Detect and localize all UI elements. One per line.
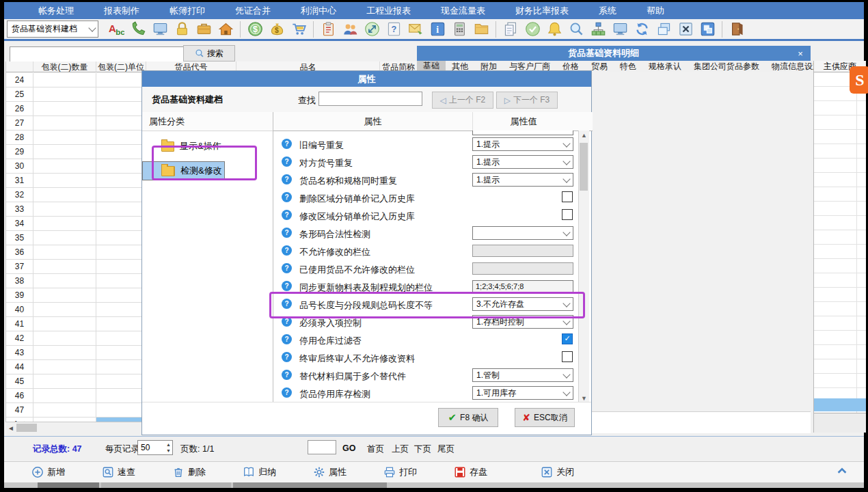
quick-search-button[interactable]: 速查 [102,466,135,478]
help-circle-icon[interactable]: ? [282,263,292,273]
property-select[interactable]: 1.提示 [472,173,573,187]
property-textbox[interactable]: 1;2;3;4;5;6;7;8 [472,280,573,292]
save-button[interactable]: 存盘 [454,466,487,478]
monitor-icon[interactable] [152,20,169,38]
close-icon[interactable]: × [790,49,811,59]
phone-icon[interactable] [130,20,147,38]
cancel-button[interactable]: ✘ESC取消 [515,408,575,427]
abc-icon[interactable]: Abc [108,20,125,38]
property-select[interactable] [472,226,573,240]
cart-icon[interactable] [290,20,308,38]
menu-item[interactable]: 报表制作 [89,5,154,17]
property-row[interactable]: ? 删除区域分销单价记入历史库 ✓ [273,189,578,206]
menu-item[interactable]: 工程业报表 [351,5,426,17]
property-row[interactable]: ? 货品停用库存检测 1.可用库存 [273,384,578,402]
bell-icon[interactable] [546,20,563,38]
detail-tab[interactable]: 规格承认 [642,61,688,72]
collapse-toolbar-button[interactable] [835,465,849,480]
mail-icon[interactable] [407,20,424,38]
share-icon[interactable] [364,20,381,38]
help-circle-icon[interactable]: ? [282,156,292,167]
home-icon[interactable] [217,20,234,38]
property-row[interactable]: ? 不允许修改的栏位 [273,242,578,260]
property-select[interactable]: 1.存档时控制 [472,315,573,329]
add-button[interactable]: 新增 [31,466,65,478]
property-row[interactable]: ? 替代材料归属于多个替代件 1.管制 [273,366,578,384]
info-icon[interactable]: i [429,20,446,38]
help-circle-icon[interactable]: ? [282,334,292,344]
supplier-rows[interactable] [814,72,866,413]
coin-icon[interactable]: $ [247,20,264,38]
property-row[interactable]: ? 对方货号重复 1.提示 [273,153,578,171]
scroll-up-icon[interactable]: ▲ [579,131,589,141]
check-circle-icon[interactable] [524,20,541,38]
help-circle-icon[interactable]: ? [282,299,292,309]
menu-item[interactable]: 现金流量表 [426,5,500,17]
sitemap-icon[interactable] [590,20,607,38]
detail-tab[interactable]: 集团公司货品参数 [688,61,765,72]
copy-icon[interactable] [502,20,519,38]
app-window-icon[interactable] [699,20,716,38]
goto-page-input[interactable] [308,440,336,454]
property-row[interactable]: ? 同步更新物料表及制程规划的栏位 1;2;3;4;5;6;7;8 [273,277,578,295]
property-row[interactable]: ? 停用仓库过滤否 ✓ [273,331,578,348]
per-page-stepper[interactable]: 50 ▲▼ [137,440,173,455]
search-input[interactable] [10,46,185,62]
table-header-cell[interactable] [6,62,33,72]
property-select[interactable]: 1.提示 [472,155,573,169]
help-circle-icon[interactable]: ? [282,139,292,149]
table-header-cell[interactable]: 包装(二)单位 [96,62,146,72]
moneybag-icon[interactable]: $ [269,20,286,38]
menu-item[interactable]: 帐务处理 [23,5,89,17]
table-header-cell[interactable]: 包装(二)数量 [33,62,96,72]
property-checkbox[interactable]: ✓ [562,209,573,220]
help-circle-icon[interactable]: ? [282,281,292,291]
property-checkbox[interactable]: ✓ [562,333,573,344]
category-item[interactable]: 显示&操作 [142,137,273,156]
search-icon[interactable] [568,20,585,38]
help-icon[interactable]: ? [385,20,403,38]
menu-item[interactable]: 凭证合并 [220,5,286,17]
next-page-button[interactable]: 下页 [414,443,431,455]
group-button[interactable]: 归纳 [243,466,276,478]
category-item[interactable]: 检测&修改 [142,161,225,180]
help-circle-icon[interactable]: ? [282,370,292,380]
property-row[interactable]: ? 货品名称和规格同时重复 1.提示 [273,171,578,189]
dialog-titlebar[interactable]: 属性 [142,71,591,87]
property-textbox[interactable] [472,262,573,275]
module-select[interactable]: 货品基础资料建档 [7,20,98,38]
property-select[interactable]: 3.不允许存盘 [472,297,573,311]
property-row[interactable]: ? 已使用货品不允许修改的栏位 [273,260,578,277]
supplier-selected-row[interactable] [814,398,866,411]
vertical-scrollbar[interactable]: ▲ ▼ [578,131,589,404]
last-page-button[interactable]: 尾页 [437,443,455,455]
menu-item[interactable]: 利润中心 [286,5,351,17]
property-row[interactable]: ? 条形码合法性检测 [273,224,578,242]
property-row[interactable]: ? 修改区域分销单价记入历史库 ✓ [273,206,578,224]
property-select[interactable]: 1.管制 [472,368,573,382]
folder-icon[interactable] [473,20,490,38]
properties-button[interactable]: 属性 [313,466,347,478]
menu-item[interactable]: 系统 [584,5,632,17]
go-button[interactable]: GO [342,443,355,453]
refresh-icon[interactable] [634,20,651,38]
property-checkbox[interactable]: ✓ [562,191,573,202]
help-circle-icon[interactable]: ? [282,352,292,362]
first-page-button[interactable]: 首页 [367,443,384,455]
help-circle-icon[interactable]: ? [282,316,292,327]
help-circle-icon[interactable]: ? [282,174,292,184]
prev-page-button[interactable]: 上页 [392,443,409,455]
scrollbar-thumb[interactable] [580,143,588,191]
property-row[interactable]: ? 旧编号重复 1.提示 [273,135,578,153]
prev-button[interactable]: ◁上一个 F2 [432,92,493,109]
menu-item[interactable]: 帮助 [632,5,679,17]
property-textbox[interactable] [472,245,573,257]
help-circle-icon[interactable]: ? [282,228,292,238]
menu-item[interactable]: 帐簿打印 [154,5,220,17]
lock-icon[interactable] [174,20,191,38]
users-icon[interactable] [342,20,359,38]
close-x-icon[interactable] [677,20,694,38]
detail-tab[interactable]: 特色 [614,61,642,72]
property-row[interactable]: ? 终审后终审人不允许修改资料 ✓ [273,348,578,366]
help-circle-icon[interactable]: ? [282,245,292,256]
